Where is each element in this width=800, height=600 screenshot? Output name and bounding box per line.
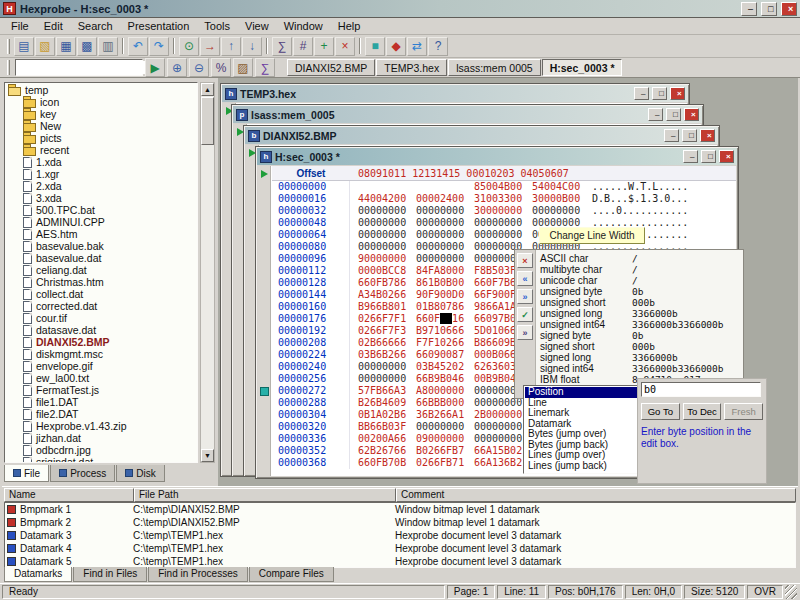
menu-tools[interactable]: Tools xyxy=(197,19,237,33)
hex-row[interactable]: 00000016 44004200 00002400 31003300 3000… xyxy=(272,193,736,205)
tree-item[interactable]: file1.DAT xyxy=(6,396,196,408)
table-row[interactable]: Datamark 3 C:\temp\TEMP1.hex Hexprobe do… xyxy=(5,529,795,542)
tree-item[interactable]: recent xyxy=(6,144,196,156)
hex-group[interactable]: 00000000 xyxy=(416,229,466,241)
hex-group[interactable]: 62B26766 xyxy=(358,445,408,457)
redo-button[interactable]: ↷ xyxy=(149,37,169,56)
hex-group[interactable]: 0B1A02B6 xyxy=(358,409,408,421)
hex-group[interactable]: 861B0B00 xyxy=(416,277,466,289)
mdi-window-hsec0003[interactable]: h H:sec_0003 * – □ × xyxy=(255,146,739,479)
hex-group[interactable]: 85004B00 xyxy=(474,181,524,193)
insert-button[interactable]: + xyxy=(314,37,334,56)
tree-item[interactable]: New xyxy=(6,120,196,132)
hex-group[interactable]: 31003300 xyxy=(474,193,524,205)
hex-group[interactable]: 90F900D0 xyxy=(416,289,466,301)
hex-group[interactable]: 36B266A1 xyxy=(416,409,466,421)
scroll-up-icon[interactable]: ▲ xyxy=(201,83,214,96)
menu-file[interactable]: File xyxy=(4,19,36,33)
hex-group[interactable] xyxy=(358,181,408,193)
mdi-maximize-button[interactable]: □ xyxy=(701,150,716,163)
hex-group[interactable]: 00000000 xyxy=(358,241,408,253)
mdi-title-bar[interactable]: p lsass:mem_0005 – □ × xyxy=(233,106,702,123)
jump-up-button[interactable]: ↑ xyxy=(221,37,241,56)
hex-group[interactable]: 00000000 xyxy=(474,421,524,433)
zoom-in-button[interactable]: ⊕ xyxy=(167,58,187,77)
run-button[interactable]: ▶ xyxy=(145,58,165,77)
tree-item[interactable]: cour.tif xyxy=(6,312,196,324)
hex-group[interactable]: 0266F7F3 xyxy=(358,325,408,337)
tree-item[interactable]: datasave.dat xyxy=(6,324,196,336)
tree-item[interactable]: 1.xgr xyxy=(6,168,196,180)
hex-group[interactable]: 66A136B2 xyxy=(474,457,524,469)
tree-item[interactable]: envelope.gif xyxy=(6,360,196,372)
tree-item[interactable]: Hexprobe.v1.43.zip xyxy=(6,420,196,432)
delete-button[interactable]: × xyxy=(335,37,355,56)
menu-help[interactable]: Help xyxy=(331,19,368,33)
tree-item[interactable]: file2.DAT xyxy=(6,408,196,420)
hex-group[interactable]: 00200A66 xyxy=(358,433,408,445)
tab-datamarks[interactable]: Datamarks xyxy=(4,567,72,582)
mdi-maximize-button[interactable]: □ xyxy=(666,108,681,121)
tab-compare-files[interactable]: Compare Files xyxy=(249,567,334,582)
toolbar-grip[interactable] xyxy=(7,39,10,54)
bookmark-marker-icon[interactable] xyxy=(260,387,269,396)
tree-item[interactable]: DIANXI52.BMP xyxy=(6,336,196,348)
hex-group[interactable]: 00000000 xyxy=(416,217,466,229)
table-row[interactable]: Bmpmark 2 C:\temp\DIANXI52.BMP Window bi… xyxy=(5,516,795,529)
change-line-width-button[interactable]: Change Line Width xyxy=(539,227,645,244)
hex-group[interactable]: 00000000 xyxy=(416,421,466,433)
hex-group[interactable]: 00000000 xyxy=(474,217,524,229)
tree-item[interactable]: ew_la00.txt xyxy=(6,372,196,384)
hex-group[interactable]: 00000000 xyxy=(358,217,408,229)
menu-edit[interactable]: Edit xyxy=(37,19,70,33)
tree-item[interactable]: ADMINUI.CPP xyxy=(6,216,196,228)
hex-group[interactable]: 00000000 xyxy=(474,433,524,445)
hex-group[interactable]: B0266FB7 xyxy=(416,445,466,457)
fresh-button[interactable]: Fresh xyxy=(724,403,763,420)
hex-group[interactable]: 09000000 xyxy=(416,433,466,445)
doc-tab-temp3[interactable]: TEMP3.hex xyxy=(376,59,447,76)
hex-group[interactable]: 00000000 xyxy=(416,241,466,253)
new-file-button[interactable]: ▤ xyxy=(14,37,34,56)
inspector-more-button[interactable]: » xyxy=(517,325,533,340)
hex-group[interactable]: 66090087 xyxy=(416,349,466,361)
mdi-minimize-button[interactable]: – xyxy=(648,108,663,121)
scroll-down-icon[interactable]: ▼ xyxy=(201,449,214,462)
hex-group[interactable]: 66BBB000 xyxy=(416,397,466,409)
tree-item[interactable]: AES.htm xyxy=(6,228,196,240)
goto-position-input[interactable] xyxy=(641,382,761,397)
goto-mode-option[interactable]: Linemark xyxy=(525,408,639,419)
menu-search[interactable]: Search xyxy=(71,19,120,33)
panel-tab-process[interactable]: Process xyxy=(50,465,115,482)
hex-group[interactable]: 66A15B02 xyxy=(474,445,524,457)
goto-mode-listbox[interactable]: Position Line Linemark Datamark Bytes (j… xyxy=(523,385,641,474)
mdi-title-bar[interactable]: h TEMP3.hex – □ × xyxy=(222,85,688,102)
inspector-prev-button[interactable]: « xyxy=(517,271,533,286)
mdi-close-button[interactable]: × xyxy=(719,150,734,163)
doc-tab-lsass[interactable]: lsass:mem 0005 xyxy=(448,59,540,76)
hex-row[interactable]: 00000032 00000000 00000000 30000000 0000… xyxy=(272,205,736,217)
hex-group[interactable]: A34B0266 xyxy=(358,289,408,301)
go-to-button[interactable]: Go To xyxy=(641,403,680,420)
hex-group[interactable]: 00000000 xyxy=(416,205,466,217)
tree-item[interactable]: picts xyxy=(6,132,196,144)
tree-item[interactable]: 1.xda xyxy=(6,156,196,168)
column-header-comment[interactable]: Comment xyxy=(396,488,796,502)
goto-button[interactable]: → xyxy=(200,37,220,56)
mdi-close-button[interactable]: × xyxy=(684,108,699,121)
print-button[interactable]: ▥ xyxy=(98,37,118,56)
mask-button[interactable]: # xyxy=(293,37,313,56)
datamark-button[interactable]: ◆ xyxy=(386,37,406,56)
hex-row[interactable]: 00000000 85004B00 54004C00 ......W.T.L..… xyxy=(272,181,736,193)
bookmark-button[interactable]: ■ xyxy=(365,37,385,56)
tree-item[interactable]: basevalue.dat xyxy=(6,252,196,264)
tree-item[interactable]: collect.dat xyxy=(6,288,196,300)
hex-group[interactable]: 00000000 xyxy=(474,229,524,241)
hex-group[interactable]: 03B45202 xyxy=(416,361,466,373)
tree-item[interactable]: 500.TPC.bat xyxy=(6,204,196,216)
tree-item[interactable]: diskmgmt.msc xyxy=(6,348,196,360)
tree-item[interactable]: srigindat.dat xyxy=(6,456,196,463)
table-row[interactable]: Datamark 4 C:\temp\TEMP1.hex Hexprobe do… xyxy=(5,542,795,555)
jump-down-button[interactable]: ↓ xyxy=(242,37,262,56)
hex-group[interactable]: 00000000 xyxy=(358,361,408,373)
